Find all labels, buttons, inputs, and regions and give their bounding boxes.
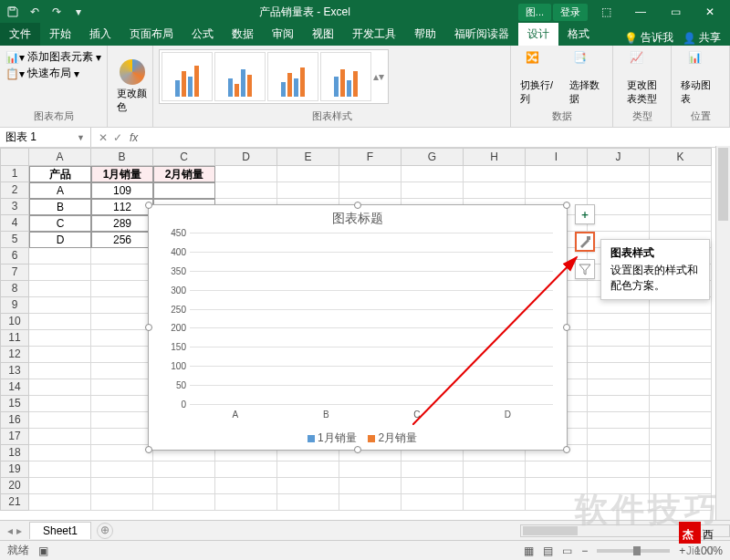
cell[interactable]	[588, 461, 650, 478]
col-header[interactable]: I	[526, 148, 588, 166]
row-header[interactable]: 4	[0, 215, 29, 232]
resize-handle[interactable]	[354, 446, 361, 453]
cell[interactable]: 289	[91, 215, 153, 232]
cell[interactable]	[215, 182, 277, 199]
cell[interactable]	[588, 379, 650, 396]
ribbon-options-icon[interactable]: ⬚	[589, 0, 622, 24]
cell[interactable]	[339, 182, 402, 199]
col-header[interactable]: D	[215, 148, 277, 166]
maximize-icon[interactable]: ▭	[659, 0, 692, 24]
qat-dropdown-icon[interactable]: ▾	[69, 3, 88, 21]
cell[interactable]	[91, 445, 153, 461]
cell[interactable]	[650, 182, 712, 199]
cell[interactable]	[215, 494, 277, 511]
row-header[interactable]: 20	[0, 478, 29, 494]
cell[interactable]	[91, 264, 153, 281]
cell[interactable]	[588, 347, 650, 363]
select-all-corner[interactable]	[0, 148, 29, 166]
cell[interactable]	[402, 494, 464, 511]
cell[interactable]	[526, 461, 588, 478]
cell[interactable]	[91, 330, 153, 347]
cell[interactable]	[91, 478, 153, 494]
cell[interactable]	[650, 215, 712, 232]
move-chart-button[interactable]: 📊移动图表	[677, 49, 724, 108]
cell[interactable]	[91, 297, 153, 314]
cell[interactable]: 产品	[29, 166, 91, 182]
cell[interactable]	[29, 379, 91, 396]
change-chart-type-button[interactable]: 📈更改图表类型	[619, 49, 665, 108]
cell[interactable]	[339, 478, 402, 494]
row-header[interactable]: 12	[0, 347, 29, 363]
tab-review[interactable]: 审阅	[263, 23, 303, 46]
row-header[interactable]: 7	[0, 264, 29, 281]
quick-layout-button[interactable]: 📋▾快速布局▾	[5, 66, 101, 81]
cell[interactable]	[29, 412, 91, 429]
cell[interactable]	[339, 461, 402, 478]
redo-icon[interactable]: ↷	[47, 3, 66, 21]
style-item[interactable]	[267, 52, 318, 101]
scroll-thumb[interactable]	[523, 526, 578, 535]
row-header[interactable]: 11	[0, 330, 29, 347]
vertical-scrollbar[interactable]	[715, 146, 730, 520]
cell[interactable]: 1月销量	[91, 166, 153, 182]
cell[interactable]	[650, 379, 712, 396]
tab-help[interactable]: 帮助	[405, 23, 445, 46]
cell[interactable]	[339, 494, 402, 511]
cell[interactable]	[91, 379, 153, 396]
close-icon[interactable]: ✕	[694, 0, 726, 24]
row-header[interactable]: 16	[0, 412, 29, 429]
cell[interactable]	[153, 478, 215, 494]
cell[interactable]	[650, 412, 712, 429]
cell[interactable]	[215, 478, 277, 494]
row-header[interactable]: 21	[0, 494, 29, 511]
cell[interactable]	[650, 314, 712, 330]
chart-legend[interactable]: 1月销量 2月销量	[149, 430, 567, 446]
chart-elements-button[interactable]: ＋	[575, 204, 595, 224]
zoom-thumb[interactable]	[633, 546, 641, 555]
zoom-slider[interactable]	[597, 549, 670, 553]
row-header[interactable]: 10	[0, 314, 29, 330]
cell[interactable]	[91, 347, 153, 363]
cell[interactable]: C	[29, 215, 91, 232]
cell[interactable]	[91, 461, 153, 478]
tab-foxit[interactable]: 福昕阅读器	[445, 23, 518, 46]
accept-formula-icon[interactable]: ✓	[113, 131, 122, 144]
minimize-icon[interactable]: —	[624, 0, 657, 24]
style-item[interactable]	[162, 52, 213, 101]
cell[interactable]	[215, 461, 277, 478]
cell[interactable]	[650, 330, 712, 347]
cell[interactable]	[402, 461, 464, 478]
cell[interactable]	[29, 281, 91, 297]
tab-file[interactable]: 文件	[0, 23, 40, 46]
cell[interactable]	[464, 182, 526, 199]
cell[interactable]	[402, 478, 464, 494]
resize-handle[interactable]	[563, 446, 570, 453]
cell[interactable]	[588, 445, 650, 461]
cell[interactable]	[153, 494, 215, 511]
cell[interactable]	[91, 281, 153, 297]
row-header[interactable]: 17	[0, 429, 29, 445]
cell[interactable]	[339, 166, 402, 182]
zoom-out-icon[interactable]: −	[581, 544, 588, 557]
select-data-button[interactable]: 📑选择数据	[566, 49, 607, 108]
gallery-more-icon[interactable]: ▴▾	[373, 52, 386, 101]
row-header[interactable]: 5	[0, 232, 29, 248]
tab-design[interactable]: 设计	[518, 23, 558, 46]
cell[interactable]	[29, 363, 91, 379]
chart-styles-button[interactable]	[575, 232, 595, 252]
col-header[interactable]: J	[588, 148, 650, 166]
col-header[interactable]: A	[29, 148, 91, 166]
switch-row-col-button[interactable]: 🔀切换行/列	[516, 49, 560, 108]
cell[interactable]: 109	[91, 182, 153, 199]
row-header[interactable]: 6	[0, 248, 29, 264]
cell[interactable]	[277, 494, 339, 511]
cell[interactable]	[650, 347, 712, 363]
row-header[interactable]: 13	[0, 363, 29, 379]
macro-record-icon[interactable]: ▣	[38, 544, 48, 557]
cell[interactable]	[29, 478, 91, 494]
resize-handle[interactable]	[354, 202, 361, 209]
cell[interactable]	[650, 478, 712, 494]
scroll-thumb[interactable]	[718, 148, 728, 221]
cell[interactable]: 256	[91, 232, 153, 248]
row-header[interactable]: 9	[0, 297, 29, 314]
